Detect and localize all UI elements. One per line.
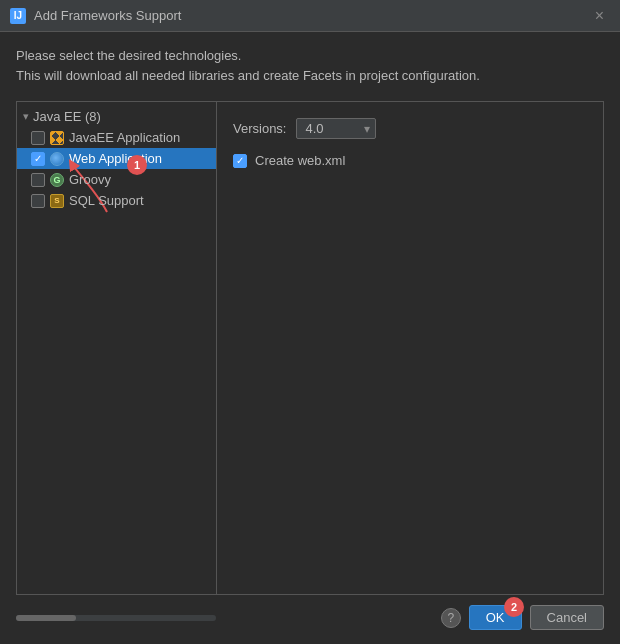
checkbox-groovy[interactable] [31,173,45,187]
tree-item-groovy[interactable]: Groovy [17,169,216,190]
scrollbar-area[interactable] [16,614,216,622]
content-area: ▾ Java EE (8) JavaEE Application Web App… [16,101,604,595]
checkbox-create-xml[interactable] [233,154,247,168]
create-xml-label: Create web.xml [255,153,345,168]
icon-groovy [50,173,64,187]
versions-label: Versions: [233,121,286,136]
group-javaee-label: Java EE (8) [33,109,101,124]
left-panel: ▾ Java EE (8) JavaEE Application Web App… [17,102,217,594]
dialog-title: Add Frameworks Support [34,8,181,23]
version-select-wrapper: 3.0 3.1 4.0 [296,118,376,139]
title-bar-left: IJ Add Frameworks Support [10,8,181,24]
icon-web-application [50,152,64,166]
description-line2: This will download all needed libraries … [16,66,604,86]
right-panel: Versions: 3.0 3.1 4.0 Create web.xml [217,102,603,594]
expand-icon: ▾ [23,110,29,123]
cancel-button[interactable]: Cancel [530,605,604,630]
checkbox-javaee-application[interactable] [31,131,45,145]
dialog-body: Please select the desired technologies. … [0,32,620,644]
label-web-application: Web Application [69,151,162,166]
tree-item-web-application[interactable]: Web Application 1 [17,148,216,169]
bottom-area: 2 ? OK Cancel [16,595,604,634]
dialog-buttons: 2 ? OK Cancel [441,605,604,630]
version-select[interactable]: 3.0 3.1 4.0 [296,118,376,139]
label-javaee-application: JavaEE Application [69,130,180,145]
group-javaee: ▾ Java EE (8) [17,106,216,127]
icon-sql-support [50,194,64,208]
scrollbar-thumb [16,615,76,621]
checkbox-web-application[interactable] [31,152,45,166]
title-bar: IJ Add Frameworks Support × [0,0,620,32]
tree-item-sql-support[interactable]: SQL Support [17,190,216,211]
label-groovy: Groovy [69,172,111,187]
description-line1: Please select the desired technologies. [16,46,604,66]
annotation-badge-2: 2 [504,597,524,617]
icon-javaee-application [50,131,64,145]
help-button[interactable]: ? [441,608,461,628]
create-xml-row: Create web.xml [233,153,587,168]
app-icon: IJ [10,8,26,24]
close-button[interactable]: × [589,5,610,27]
description: Please select the desired technologies. … [16,46,604,85]
tree-item-javaee-application[interactable]: JavaEE Application [17,127,216,148]
version-row: Versions: 3.0 3.1 4.0 [233,118,587,139]
checkbox-sql-support[interactable] [31,194,45,208]
scrollbar-track [16,615,216,621]
label-sql-support: SQL Support [69,193,144,208]
